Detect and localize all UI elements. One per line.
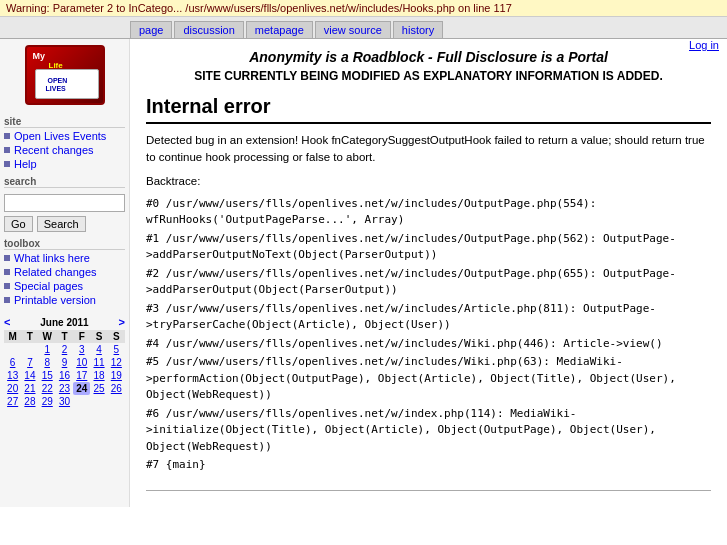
calendar-day[interactable]: 21 [21, 382, 38, 395]
sidebar-link-recent-changes[interactable]: Recent changes [4, 144, 125, 156]
bullet-icon [4, 133, 10, 139]
bullet-icon [4, 269, 10, 275]
toolbox-links: What links hereRelated changesSpecial pa… [4, 252, 125, 306]
site-links: Open Lives EventsRecent changesHelp [4, 130, 125, 170]
calendar-day[interactable]: 1 [39, 343, 56, 356]
calendar-day[interactable]: 18 [90, 369, 107, 382]
backtrace-lines: #0 /usr/www/users/flls/openlives.net/w/i… [146, 196, 711, 474]
calendar-day[interactable]: 20 [4, 382, 21, 395]
calendar-day[interactable]: 10 [73, 356, 90, 369]
backtrace-line: #5 /usr/www/users/flls/openlives.net/w/i… [146, 354, 711, 404]
nav-tab-page[interactable]: page [130, 21, 172, 38]
error-body: Detected bug in an extension! Hook fnCat… [146, 132, 711, 474]
calendar-day [90, 395, 107, 408]
logo-box: My Life OPEN LIVES [25, 45, 105, 105]
backtrace-label: Backtrace: [146, 173, 711, 190]
backtrace-line: #6 /usr/www/users/flls/openlives.net/w/i… [146, 406, 711, 456]
cal-day-header: W [39, 330, 56, 343]
calendar-day[interactable]: 19 [108, 369, 125, 382]
calendar-day[interactable]: 11 [90, 356, 107, 369]
content-area: Anonymity is a Roadblock - Full Disclosu… [130, 39, 727, 507]
warning-text: Warning: Parameter 2 to InCatego... /usr… [6, 2, 512, 14]
calendar-day[interactable]: 14 [21, 369, 38, 382]
error-heading: Internal error [146, 95, 711, 124]
go-button[interactable]: Go [4, 216, 33, 232]
calendar-day[interactable]: 22 [39, 382, 56, 395]
main-layout: My Life OPEN LIVES site Open Lives Event… [0, 39, 727, 507]
calendar-next[interactable]: > [119, 316, 125, 328]
sidebar-link-open-lives-events[interactable]: Open Lives Events [4, 130, 125, 142]
calendar-week: 12345 [4, 343, 125, 356]
site-subtitle: SITE CURRENTLY BEING MODIFIED AS EXPLANA… [146, 69, 711, 83]
calendar-prev[interactable]: < [4, 316, 10, 328]
calendar-nav: < June 2011 > [4, 316, 125, 328]
calendar-day[interactable]: 2 [56, 343, 73, 356]
calendar-day[interactable]: 28 [21, 395, 38, 408]
calendar-day[interactable]: 12 [108, 356, 125, 369]
calendar-day[interactable]: 4 [90, 343, 107, 356]
calendar-day[interactable]: 3 [73, 343, 90, 356]
calendar-day [73, 395, 90, 408]
toolbox-link-what-links-here[interactable]: What links here [4, 252, 125, 264]
bullet-icon [4, 147, 10, 153]
calendar-day[interactable]: 25 [90, 382, 107, 395]
calendar-day[interactable]: 7 [21, 356, 38, 369]
cal-day-header: M [4, 330, 21, 343]
calendar-section: < June 2011 > MTWTFSS 123456789101112131… [4, 316, 125, 408]
calendar-month: June 2011 [40, 317, 88, 328]
calendar-day[interactable]: 8 [39, 356, 56, 369]
calendar-day[interactable]: 16 [56, 369, 73, 382]
calendar-day[interactable]: 13 [4, 369, 21, 382]
calendar-day[interactable]: 6 [4, 356, 21, 369]
backtrace-line: #0 /usr/www/users/flls/openlives.net/w/i… [146, 196, 711, 229]
toolbox-section-title: toolbox [4, 238, 125, 250]
content-divider [146, 490, 711, 491]
calendar-day [108, 395, 125, 408]
site-title: Anonymity is a Roadblock - Full Disclosu… [146, 49, 711, 65]
toolbox-link-related-changes[interactable]: Related changes [4, 266, 125, 278]
calendar-day[interactable]: 5 [108, 343, 125, 356]
cal-day-header: F [73, 330, 90, 343]
backtrace-line: #7 {main} [146, 457, 711, 474]
calendar-day [4, 343, 21, 356]
cal-day-header: T [21, 330, 38, 343]
calendar-week: 27282930 [4, 395, 125, 408]
calendar-day[interactable]: 23 [56, 382, 73, 395]
toolbox-link-printable-version[interactable]: Printable version [4, 294, 125, 306]
search-section: Go Search [4, 194, 125, 232]
calendar-table: MTWTFSS 12345678910111213141516171819202… [4, 330, 125, 408]
nav-tabs: pagediscussionmetapageview sourcehistory [0, 17, 727, 39]
calendar-day [21, 343, 38, 356]
bullet-icon [4, 255, 10, 261]
calendar-day[interactable]: 9 [56, 356, 73, 369]
error-desc: Detected bug in an extension! Hook fnCat… [146, 132, 711, 167]
nav-tab-discussion[interactable]: discussion [174, 21, 243, 38]
calendar-day[interactable]: 17 [73, 369, 90, 382]
login-link[interactable]: Log in [689, 39, 719, 51]
calendar-day[interactable]: 29 [39, 395, 56, 408]
calendar-day[interactable]: 27 [4, 395, 21, 408]
bullet-icon [4, 161, 10, 167]
backtrace-line: #2 /usr/www/users/flls/openlives.net/w/i… [146, 266, 711, 299]
search-button[interactable]: Search [37, 216, 86, 232]
sidebar-link-help[interactable]: Help [4, 158, 125, 170]
backtrace-line: #3 /usr/www/users/flls/openlives.net/w/i… [146, 301, 711, 334]
bullet-icon [4, 283, 10, 289]
calendar-day[interactable]: 26 [108, 382, 125, 395]
toolbox-link-special-pages[interactable]: Special pages [4, 280, 125, 292]
site-logo: My Life OPEN LIVES [4, 45, 125, 108]
nav-tab-view-source[interactable]: view source [315, 21, 391, 38]
calendar-day[interactable]: 15 [39, 369, 56, 382]
search-section-title: search [4, 176, 125, 188]
search-input[interactable] [4, 194, 125, 212]
site-section-title: site [4, 116, 125, 128]
calendar-day[interactable]: 30 [56, 395, 73, 408]
calendar-day[interactable]: 24 [73, 382, 90, 395]
bullet-icon [4, 297, 10, 303]
nav-tab-history[interactable]: history [393, 21, 443, 38]
cal-day-header: T [56, 330, 73, 343]
calendar-header: MTWTFSS [4, 330, 125, 343]
nav-tab-metapage[interactable]: metapage [246, 21, 313, 38]
cal-day-header: S [90, 330, 107, 343]
calendar-week: 13141516171819 [4, 369, 125, 382]
